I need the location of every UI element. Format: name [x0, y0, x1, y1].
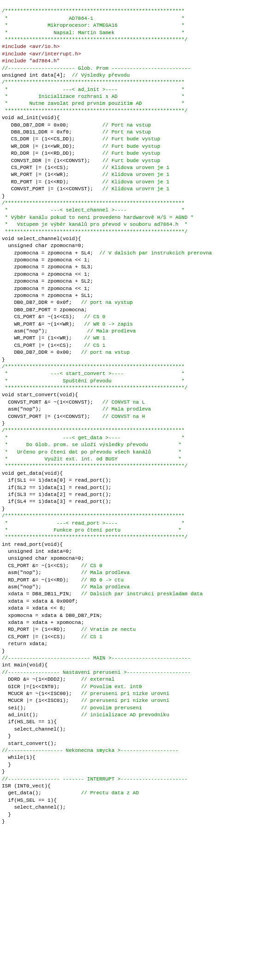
code-line-59: /***************************************…: [2, 363, 271, 370]
code-line-131: if(HS_SEL == 1){: [2, 797, 271, 804]
code-line-116: MCUCR &= ~(1<<ISC00); // preruseni pri n…: [2, 690, 271, 697]
code-line-42: zpomocna = zpomocna << 1;: [2, 257, 271, 264]
code-line-35: ****************************************…: [2, 229, 271, 236]
code-line-104: xdata = xdata << 8;: [2, 605, 271, 612]
code-line-49: DB0_DB7_PORT = zpomocna;: [2, 307, 271, 314]
code-line-44: zpomocna = zpomocna << 1;: [2, 271, 271, 278]
code-line-51: WR_PORT &= ~(1<<WR); // WR 0 -> zapis: [2, 321, 271, 328]
code-line-14: * Inicializace rozhrani s AD *: [2, 93, 271, 100]
code-line-126: }: [2, 762, 271, 768]
code-line-64: void start_convert(void){: [2, 392, 271, 399]
code-line-84: if(SL4 == 1)data[3] = read_port();: [2, 498, 271, 505]
code-line-85: }: [2, 506, 271, 513]
code-line-15: * Nutne zavolat pred prvnim pouzitim AD …: [2, 100, 271, 107]
code-line-101: asm("nop"); // Mala prodleva: [2, 584, 271, 591]
code-line-115: GICR |=(1<<INT0); // Povolim ext. int0: [2, 684, 271, 690]
code-line-5: #include <avr/io.h>: [2, 43, 271, 50]
code-line-33: * Výběr kanálu pokud to není provedeno h…: [2, 214, 271, 221]
code-line-89: * ---< read_port >---- *: [2, 520, 271, 527]
code-line-9: //---------------------- Glob. Prom ----…: [2, 65, 271, 72]
code-line-81: if(SL1 == 1)data[0] = read_port();: [2, 477, 271, 484]
code-line-41: zpomocna = zpomocna + SL4; // V dalsich …: [2, 250, 271, 257]
code-line-28: RD_PORT |= (1<<RD); // Klidova uroven je…: [2, 179, 271, 186]
code-line-114: DDRD &= ~(1<<DDD2); // external: [2, 676, 271, 683]
code-line-60: * ---< start_convert >---- *: [2, 370, 271, 377]
code-line-96: unsigned char xpomocna=0;: [2, 555, 271, 562]
code-line-23: WR_DDR |= (1<<WR_DD); // Furt bude vystu…: [2, 143, 271, 150]
code-line-32: * ---< select_channel >---- *: [2, 207, 271, 214]
code-line-0: /***************************************…: [2, 8, 271, 15]
code-line-18: void ad_init(void){: [2, 115, 271, 121]
code-line-82: if(SL2 == 1)data[1] = read_port();: [2, 484, 271, 491]
code-line-46: zpomocna = zpomocna << 1;: [2, 285, 271, 292]
code-line-90: * Funkce pro čtení portu *: [2, 527, 271, 534]
code-line-109: return xdata;: [2, 641, 271, 647]
code-line-77: ****************************************…: [2, 463, 271, 470]
code-line-113: //----------------- Nastaveni preruseni …: [2, 669, 271, 676]
code-line-95: unsigned int xdata=0;: [2, 548, 271, 555]
code-line-30: }: [2, 193, 271, 200]
code-line-121: select_channel();: [2, 726, 271, 733]
code-line-120: if(HS_SEL == 1){: [2, 719, 271, 726]
code-line-25: CONVST_DDR |= (1<<CONVST); // Furt bude …: [2, 157, 271, 164]
code-line-130: get_data(); // Prectu data z AD: [2, 790, 271, 797]
code-line-2: * Mikroprocesor: ATMEGA16 *: [2, 22, 271, 29]
code-line-39: unsigned char zpomocna=0;: [2, 242, 271, 249]
code-line-98: CS_PORT &= ~(1<<CS); // CS 0: [2, 563, 271, 569]
code-line-45: zpomocna = zpomocna + SL2;: [2, 278, 271, 285]
code-line-133: }: [2, 811, 271, 818]
code-line-91: ****************************************…: [2, 534, 271, 541]
code-line-88: /***************************************…: [2, 513, 271, 520]
code-line-53: WR_PORT |= (1<<WR); // WR 1: [2, 335, 271, 342]
code-line-69: }: [2, 420, 271, 427]
code-line-67: asm("nop"); // Mala prodleva: [2, 406, 271, 413]
code-line-93: int read_port(void){: [2, 541, 271, 548]
code-line-68: CONVST_PORT |= (1<<CONVST); // CONVST na…: [2, 413, 271, 420]
code-line-34: * Vstupem je výběr kanálů pro převod v s…: [2, 221, 271, 228]
code-line-107: RD_PORT |= (1<<RD); // Vratim ze nectu: [2, 626, 271, 633]
code-line-129: ISR (INT0_vect){: [2, 783, 271, 790]
code-line-110: }: [2, 648, 271, 655]
code-line-75: * Určeno pro čtení dat po převodu všech …: [2, 449, 271, 456]
code-line-29: CONVST_PORT |= (1<<CONVST); // Klidova u…: [2, 186, 271, 193]
code-line-106: xdata = xdata + xpomocna;: [2, 619, 271, 626]
code-line-132: select_channel();: [2, 804, 271, 811]
code-line-37: void select_channel(void){: [2, 236, 271, 242]
code-line-13: * ---< ad_init >---- *: [2, 86, 271, 93]
code-line-56: }: [2, 357, 271, 363]
code-line-83: if(SL3 == 1)data[2] = read_port();: [2, 491, 271, 498]
code-line-31: /***************************************…: [2, 200, 271, 207]
code-line-117: MCUCR |= (1<<ISC01); // preruseni pri ni…: [2, 697, 271, 704]
code-line-128: //----------------- ------- INTERRUPT >-…: [2, 776, 271, 783]
code-line-112: int main(void){: [2, 662, 271, 669]
code-container: /***************************************…: [0, 0, 273, 826]
code-line-54: CS_PORT |= (1<<CS); // CS 1: [2, 342, 271, 349]
code-line-24: RD_DDR |= (1<<RD_DD); // Furt bude vystu…: [2, 150, 271, 157]
code-line-79: void get_data(void){: [2, 470, 271, 477]
code-line-50: CS_PORT &= ~(1<<CS); // CS 0: [2, 314, 271, 321]
code-line-7: #include "ad7864.h": [2, 58, 271, 65]
code-line-4: ****************************************…: [2, 36, 271, 43]
code-line-119: ad_init(); // inicializace AD prevodniku: [2, 712, 271, 719]
code-line-62: ****************************************…: [2, 385, 271, 392]
code-line-103: xdata = xdata & 0x000f;: [2, 598, 271, 605]
code-line-74: * Do Glob. prom. se uloží výsledky převo…: [2, 442, 271, 448]
code-line-1: * AD7864-1 *: [2, 15, 271, 22]
code-line-127: }: [2, 768, 271, 775]
code-line-122: }: [2, 733, 271, 740]
code-line-22: CS_DDR |= (1<<CS_DD); // Furt bude vystu…: [2, 136, 271, 143]
code-line-111: //--------------------------- MAIN >----…: [2, 655, 271, 662]
code-line-52: asm("nop"); // Mala prodleva: [2, 328, 271, 335]
code-line-21: DB8_DB11_DDR = 0xf0; // Port na vstup: [2, 129, 271, 136]
code-line-55: DB0_DB7_DDR = 0x00; // port na vstup: [2, 349, 271, 356]
code-line-43: zpomocna = zpomocna + SL3;: [2, 264, 271, 271]
code-line-26: CS_PORT |= (1<<CS); // Klidova uroven je…: [2, 164, 271, 171]
code-line-12: /***************************************…: [2, 79, 271, 86]
code-line-118: sei(); // povolim preruseni: [2, 705, 271, 712]
code-line-10: unsigned int data[4]; // Výsledky převod…: [2, 72, 271, 79]
code-line-27: WR_PORT |= (1<<WR); // Klidova uroven je…: [2, 171, 271, 178]
code-line-100: RD_PORT &= ~(1<<RD); // RD 0 -> ctu: [2, 577, 271, 584]
code-line-99: asm("nop"); // Mala prodleva: [2, 569, 271, 576]
code-line-20: DB0_DB7_DDR = 0x00; // Port na vstup: [2, 122, 271, 129]
code-line-134: }: [2, 818, 271, 825]
